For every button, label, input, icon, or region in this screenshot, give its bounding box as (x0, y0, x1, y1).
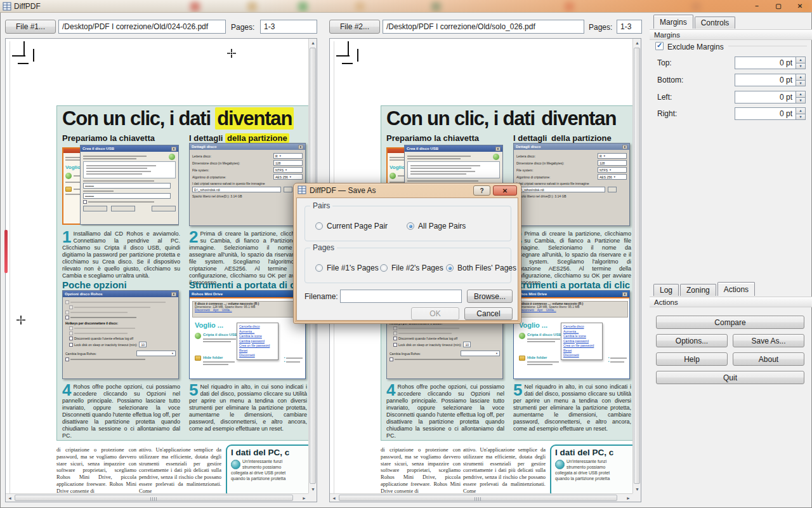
sidebar-box-i-dati-del-pc: I dati del PC, c Un'interessante funzi s… (550, 444, 632, 493)
filename-input[interactable] (340, 290, 462, 303)
file1-pages-input[interactable]: 1-3 (260, 20, 317, 34)
spinner-up-icon[interactable]: ▲ (796, 91, 806, 97)
crosshair-cursor (226, 48, 237, 58)
screenshot-crea-disco-usb: Voglio ... Crea il disco USBx (62, 145, 179, 226)
actions-dock-header[interactable]: Actions (650, 297, 812, 307)
scroll-right-icon[interactable]: ► (624, 494, 632, 502)
file2-pages-input[interactable]: 1-3 (617, 20, 642, 34)
exclude-margins-checkbox[interactable] (655, 42, 664, 50)
step-paragraph-4: 4Rohos offre poche opzioni, cui possiamo… (386, 384, 504, 439)
radio-label[interactable]: File #2's Pages (391, 264, 443, 272)
sub-section-header: Strumenti a portata di clic (513, 279, 630, 290)
bottom-text-column-2: attivo. Un'applicazione semplice da util… (139, 446, 221, 493)
diff-highlight: diventan (215, 107, 294, 130)
margins-dock-title: Margins (654, 31, 680, 39)
spinner-up-icon[interactable]: ▲ (796, 74, 806, 80)
radio-file1-pages[interactable] (315, 264, 323, 272)
file1-path-field[interactable]: /Desktop/PDF I correzione/Old/024-026.pd… (58, 20, 226, 34)
spinner-down-icon[interactable]: ▼ (796, 97, 806, 104)
scroll-right-icon[interactable]: ► (300, 494, 308, 502)
tab-zoning[interactable]: Zoning (680, 284, 716, 296)
margin-top-label: Top: (657, 58, 672, 67)
minimize-button[interactable]: – (747, 1, 766, 11)
section-header: I dettagli della partizione (189, 133, 289, 143)
scroll-up-icon[interactable]: ▲ (633, 39, 641, 47)
mini-drive-context-menu: Cancella discoAumenta... Cambia le icone… (237, 323, 278, 360)
margin-right-spinbox[interactable]: 0 pt ▲▼ (735, 107, 806, 120)
screenshot-rohos-mini-drive: Rohos Mini Drivex Il disco è connesso ..… (189, 290, 306, 379)
radio-all-page-pairs[interactable] (407, 222, 414, 230)
globe-icon (555, 460, 565, 469)
tab-margins[interactable]: Margins (653, 15, 693, 29)
crop-mark (357, 49, 358, 62)
radio-label[interactable]: File #1's Pages (327, 264, 379, 272)
crosshair-cursor (16, 315, 26, 325)
diffpdf-window: DiffPDF – ▢ ✕ File #1... /Desktop/PDF I … (0, 0, 812, 508)
file2-open-button[interactable]: File #2... (329, 20, 380, 34)
radio-current-page-pair[interactable] (315, 222, 323, 230)
spinner-down-icon[interactable]: ▼ (796, 63, 806, 70)
bottom-tab-bar: Log Zoning Actions (653, 282, 756, 296)
tab-log[interactable]: Log (653, 284, 679, 296)
margin-left-label: Left: (657, 93, 672, 102)
pairs-group-label: Pairs (310, 201, 332, 210)
margin-left-spinbox[interactable]: 0 pt ▲▼ (735, 91, 806, 104)
scrollbar-thumb[interactable] (15, 495, 293, 501)
margin-bottom-spinbox[interactable]: 0 pt ▲▼ (735, 74, 806, 86)
radio-label[interactable]: All Page Pairs (418, 222, 466, 231)
spinner-up-icon[interactable]: ▲ (796, 57, 806, 63)
spinner-up-icon[interactable]: ▲ (796, 107, 806, 114)
cancel-button[interactable]: Cancel (464, 307, 513, 320)
about-button[interactable]: About (733, 352, 804, 366)
compare-button[interactable]: Compare (656, 316, 804, 329)
file1-open-button[interactable]: File #1... (5, 20, 56, 34)
step-paragraph-1: 1Installiamo dal CD Rohos e avviamolo. C… (62, 231, 180, 279)
title-bar[interactable]: DiffPDF – ▢ ✕ (0, 0, 812, 13)
scroll-left-icon[interactable]: ◄ (6, 494, 14, 502)
spinner-down-icon[interactable]: ▼ (796, 114, 806, 121)
pdf-preview-pane-1[interactable]: Con un clic, i dati diventan Prepariamo … (5, 38, 317, 502)
horizontal-scrollbar[interactable]: ◄ ► (6, 493, 308, 502)
scroll-down-icon[interactable]: ▼ (309, 485, 317, 493)
quit-button[interactable]: Quit (656, 371, 804, 384)
close-button[interactable]: ✕ (790, 1, 809, 11)
dialog-body: Pairs Current Page Pair All Page Pairs P… (296, 197, 518, 321)
tab-controls[interactable]: Controls (695, 17, 736, 29)
scrollbar-thumb[interactable] (339, 495, 617, 501)
radio-label[interactable]: Both Files' Pages (457, 264, 516, 272)
section-header: Prepariamo la chiavetta (62, 133, 155, 143)
bottom-text-column-1: di criptazione o protezione con password… (56, 446, 136, 493)
save-as-dialog: DiffPDF — Save As ? ✕ Pairs Current Page… (293, 183, 521, 324)
bottom-text-column-2: attivo. Un'applicazione semplice da util… (463, 446, 546, 493)
diff-highlight: della partizione (549, 133, 613, 143)
dialog-help-button[interactable]: ? (473, 185, 490, 196)
scroll-left-icon[interactable]: ◄ (330, 494, 338, 502)
ok-button[interactable]: OK (411, 307, 459, 320)
screenshot-rohos-mini-drive: Rohos Mini Drivex Il disco è connesso ..… (513, 290, 630, 379)
scrollbar-thumb[interactable] (634, 48, 640, 484)
screenshot-opzioni-rohos: Opzioni disco Rohosx Hotkeys per disconn… (62, 290, 179, 379)
dialog-close-button[interactable]: ✕ (493, 185, 517, 196)
scroll-down-icon[interactable]: ▼ (633, 485, 641, 493)
tab-actions[interactable]: Actions (717, 282, 755, 296)
help-button[interactable]: Help (656, 352, 728, 366)
save-as-button[interactable]: Save As... (733, 334, 804, 347)
crop-mark (348, 41, 349, 57)
vertical-scrollbar[interactable]: ▲ ▼ (632, 39, 641, 493)
step-paragraph-4: 4Rohos offre poche opzioni, cui possiamo… (62, 384, 180, 439)
spinner-down-icon[interactable]: ▼ (796, 80, 806, 87)
options-button[interactable]: Options... (656, 334, 728, 347)
margin-top-spinbox[interactable]: 0 pt ▲▼ (735, 57, 806, 69)
file2-path-field[interactable]: /Desktop/PDF I correzione/Old/solo_026.p… (383, 20, 584, 34)
radio-file2-pages[interactable] (380, 264, 388, 272)
browse-button[interactable]: Browse... (467, 290, 513, 303)
radio-both-files-pages[interactable] (446, 264, 454, 272)
maximize-button[interactable]: ▢ (769, 1, 788, 11)
margins-dock-header[interactable]: Margins ✕ (650, 29, 812, 40)
pdf-viewport-1[interactable]: Con un clic, i dati diventan Prepariamo … (6, 39, 308, 493)
diffpdf-app-icon (3, 2, 11, 13)
globe-icon (231, 460, 240, 469)
radio-label[interactable]: Current Page Pair (327, 222, 388, 231)
scroll-up-icon[interactable]: ▲ (309, 39, 317, 47)
horizontal-scrollbar[interactable]: ◄ ► (330, 493, 632, 502)
